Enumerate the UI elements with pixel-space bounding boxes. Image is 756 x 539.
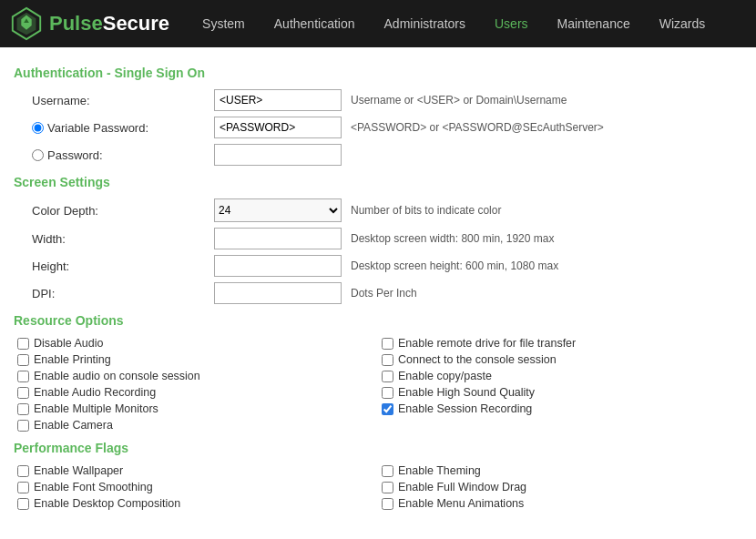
dpi-label: DPI: — [32, 287, 214, 300]
resource-right-4: Enable Session Recording — [382, 402, 742, 415]
resource-item-5: Enable Camera — [17, 419, 378, 432]
enable-audio-recording-label: Enable Audio Recording — [34, 386, 156, 399]
nav-system[interactable]: System — [188, 2, 260, 46]
resource-left-col: Disable Audio Enable Printing Enable aud… — [14, 337, 378, 432]
height-row: Height: Desktop screen height: 600 min, … — [14, 255, 742, 277]
performance-right-col: Enable Theming Enable Full Window Drag E… — [378, 464, 742, 510]
enable-wallpaper-checkbox[interactable] — [17, 465, 29, 477]
enable-camera-label: Enable Camera — [34, 419, 113, 432]
height-label: Height: — [32, 259, 214, 273]
password-label: Password: — [32, 148, 214, 162]
enable-printing-checkbox[interactable] — [17, 354, 29, 366]
resource-section-header: Resource Options — [14, 313, 742, 330]
enable-high-sound-label: Enable High Sound Quality — [398, 386, 535, 399]
width-row: Width: Desktop screen width: 800 min, 19… — [14, 228, 742, 249]
enable-theming-checkbox[interactable] — [382, 465, 393, 477]
dpi-input[interactable] — [214, 282, 342, 304]
logo-icon — [9, 6, 44, 41]
logo-text: PulseSecure — [49, 12, 169, 36]
variable-password-input[interactable] — [214, 117, 342, 138]
color-depth-row: Color Depth: 24 16 8 Number of bits to i… — [14, 198, 742, 222]
resource-right-col: Enable remote drive for file transfer Co… — [378, 337, 742, 432]
resource-item-1: Enable Printing — [17, 353, 378, 366]
navbar: PulseSecure System Authentication Admini… — [0, 0, 756, 47]
password-radio[interactable] — [32, 149, 44, 161]
perf-item-0: Enable Wallpaper — [17, 464, 378, 477]
resource-item-0: Disable Audio — [17, 337, 378, 350]
disable-audio-label: Disable Audio — [34, 337, 103, 350]
username-hint: Username or <USER> or Domain\Username — [351, 94, 567, 107]
variable-password-hint: <PASSWORD> or <PASSWORD@SEcAuthServer> — [351, 121, 604, 134]
nav-wizards[interactable]: Wizards — [645, 2, 720, 46]
enable-printing-label: Enable Printing — [34, 353, 111, 366]
resource-item-3: Enable Audio Recording — [17, 386, 378, 399]
perf-right-0: Enable Theming — [382, 464, 742, 477]
enable-camera-checkbox[interactable] — [17, 420, 29, 432]
nav-users[interactable]: Users — [480, 2, 543, 46]
password-input[interactable] — [214, 144, 342, 166]
enable-remote-drive-checkbox[interactable] — [382, 338, 393, 350]
connect-console-label: Connect to the console session — [398, 353, 557, 366]
nav-links: System Authentication Administrators Use… — [188, 2, 720, 46]
logo: PulseSecure — [9, 6, 169, 41]
performance-left-col: Enable Wallpaper Enable Font Smoothing E… — [14, 464, 378, 510]
enable-audio-console-label: Enable audio on console session — [34, 370, 200, 382]
enable-high-sound-checkbox[interactable] — [382, 387, 393, 399]
enable-copy-paste-label: Enable copy/paste — [398, 370, 492, 382]
variable-password-label: Variable Password: — [32, 121, 214, 135]
resource-right-3: Enable High Sound Quality — [382, 386, 742, 399]
disable-audio-checkbox[interactable] — [17, 338, 29, 350]
enable-menu-animations-checkbox[interactable] — [382, 498, 393, 510]
auth-section-header: Authentication - Single Sign On — [14, 66, 742, 82]
enable-audio-recording-checkbox[interactable] — [17, 387, 29, 399]
perf-item-1: Enable Font Smoothing — [17, 481, 378, 493]
enable-session-recording-checkbox[interactable] — [382, 403, 393, 415]
enable-menu-animations-label: Enable Menu Animations — [398, 497, 524, 510]
color-depth-select[interactable]: 24 16 8 — [214, 198, 342, 222]
username-label: Username: — [32, 94, 214, 107]
enable-theming-label: Enable Theming — [398, 464, 481, 477]
height-hint: Desktop screen height: 600 min, 1080 max — [351, 259, 558, 272]
variable-password-row: Variable Password: <PASSWORD> or <PASSWO… — [14, 117, 742, 138]
performance-section-header: Performance Flags — [14, 441, 742, 457]
resource-right-0: Enable remote drive for file transfer — [382, 337, 742, 350]
variable-password-radio[interactable] — [32, 122, 44, 134]
enable-wallpaper-label: Enable Wallpaper — [34, 464, 123, 477]
enable-copy-paste-checkbox[interactable] — [382, 371, 393, 382]
enable-desktop-composition-label: Enable Desktop Composition — [34, 497, 180, 510]
resource-right-1: Connect to the console session — [382, 353, 742, 366]
enable-full-window-drag-checkbox[interactable] — [382, 482, 393, 493]
width-label: Width: — [32, 232, 214, 246]
enable-font-smoothing-label: Enable Font Smoothing — [34, 481, 153, 493]
password-row: Password: — [14, 144, 742, 166]
nav-authentication[interactable]: Authentication — [260, 2, 370, 46]
resource-right-2: Enable copy/paste — [382, 370, 742, 382]
width-hint: Desktop screen width: 800 min, 1920 max — [351, 232, 554, 245]
perf-right-1: Enable Full Window Drag — [382, 481, 742, 493]
screen-section-header: Screen Settings — [14, 175, 742, 191]
color-depth-hint: Number of bits to indicate color — [351, 204, 501, 217]
enable-session-recording-label: Enable Session Recording — [398, 402, 532, 415]
resource-checkbox-grid: Disable Audio Enable Printing Enable aud… — [14, 337, 742, 432]
enable-full-window-drag-label: Enable Full Window Drag — [398, 481, 526, 493]
main-content: Authentication - Single Sign On Username… — [0, 47, 756, 519]
username-row: Username: Username or <USER> or Domain\U… — [14, 89, 742, 111]
enable-audio-console-checkbox[interactable] — [17, 371, 29, 382]
enable-font-smoothing-checkbox[interactable] — [17, 482, 29, 493]
color-depth-label: Color Depth: — [32, 204, 214, 218]
enable-remote-drive-label: Enable remote drive for file transfer — [398, 337, 576, 350]
nav-administrators[interactable]: Administrators — [370, 2, 480, 46]
height-input[interactable] — [214, 255, 342, 277]
nav-maintenance[interactable]: Maintenance — [543, 2, 645, 46]
enable-multiple-monitors-checkbox[interactable] — [17, 403, 29, 415]
enable-multiple-monitors-label: Enable Multiple Monitors — [34, 402, 158, 415]
perf-item-2: Enable Desktop Composition — [17, 497, 378, 510]
enable-desktop-composition-checkbox[interactable] — [17, 498, 29, 510]
connect-console-checkbox[interactable] — [382, 354, 393, 366]
dpi-row: DPI: Dots Per Inch — [14, 282, 742, 304]
width-input[interactable] — [214, 228, 342, 249]
resource-item-4: Enable Multiple Monitors — [17, 402, 378, 415]
resource-item-2: Enable audio on console session — [17, 370, 378, 382]
username-input[interactable] — [214, 89, 342, 111]
dpi-hint: Dots Per Inch — [351, 287, 417, 300]
